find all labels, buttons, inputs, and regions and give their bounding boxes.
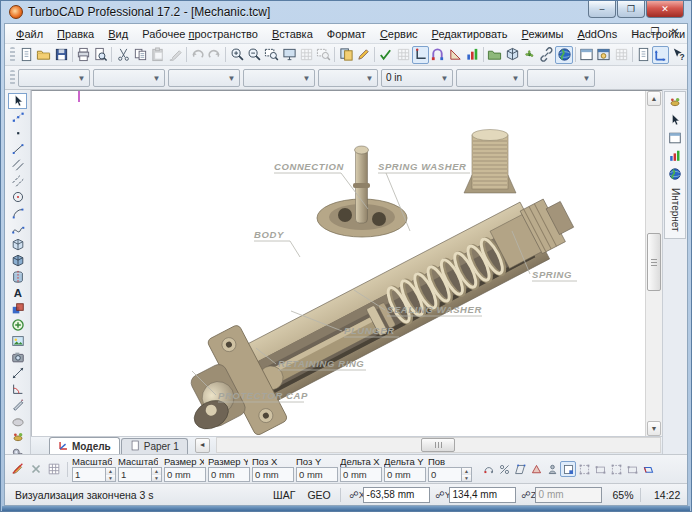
color-combo[interactable]: ▼ (456, 69, 524, 87)
rotate-handle-icon[interactable] (480, 461, 496, 477)
tab-scroll-left-icon[interactable]: ◄ (195, 438, 210, 453)
stretch-handle-icon[interactable] (576, 461, 592, 477)
field-value[interactable]: 0 mm (384, 467, 426, 482)
field-value[interactable]: 1▲▼ (118, 467, 162, 482)
mdi-restore-icon[interactable]: ❐ (648, 26, 662, 37)
brush-style-combo[interactable]: ▼ (243, 69, 315, 87)
menu-item-сервис[interactable]: Сервис (373, 26, 425, 42)
parallel-line-tool[interactable] (8, 157, 27, 173)
zoom-selection-icon[interactable] (315, 46, 332, 64)
no-edit-icon[interactable] (9, 461, 26, 478)
menu-item-вид[interactable]: Вид (101, 26, 135, 42)
layer-combo[interactable]: ▼ (318, 69, 378, 87)
drawing-canvas[interactable]: CONNECTIONSPRING WASHERBODYSPRINGSEALING… (31, 90, 662, 436)
web-render-icon[interactable] (555, 46, 572, 64)
mdi-minimize-icon[interactable]: – (628, 26, 642, 37)
maximize-button[interactable]: ❐ (617, 1, 645, 18)
scroll-down-icon[interactable]: ▼ (647, 421, 661, 436)
boolean-tool[interactable] (8, 301, 27, 317)
elevation-combo[interactable]: 0 in▼ (381, 69, 453, 87)
cut-icon[interactable] (114, 46, 131, 64)
chevron-down-icon[interactable]: ▼ (364, 73, 375, 84)
render-camera-tool[interactable] (8, 349, 27, 365)
dimension-tool[interactable] (8, 365, 27, 381)
new-document-icon[interactable] (18, 46, 35, 64)
menu-item-режимы[interactable]: Режимы (515, 26, 571, 42)
field-value[interactable]: 1▲▼ (72, 467, 116, 482)
pen-style-combo[interactable]: ▼ (18, 69, 90, 87)
link-icon[interactable] (538, 46, 555, 64)
tab-модель[interactable]: Модель (49, 437, 120, 454)
angular-dimension-tool[interactable] (8, 381, 27, 397)
spinner-control[interactable]: ▲▼ (151, 468, 161, 481)
field-value[interactable]: 0 mm (296, 467, 338, 482)
chevron-down-icon[interactable]: ▼ (226, 73, 237, 84)
chevron-down-icon[interactable]: ▼ (76, 73, 87, 84)
menu-item-редактировать[interactable]: Редактировать (425, 26, 515, 42)
box-tool[interactable] (8, 237, 27, 253)
blank-page-icon[interactable] (635, 46, 652, 64)
menu-item-addons[interactable]: AddOns (570, 26, 624, 42)
snap-mode-icon[interactable] (429, 46, 446, 64)
field-value[interactable]: 0▲▼ (428, 467, 472, 482)
horizontal-scroll-thumb[interactable] (421, 438, 455, 452)
chevron-down-icon[interactable]: ▼ (301, 73, 312, 84)
field-value[interactable]: 0 mm (164, 467, 206, 482)
draft-mode-icon[interactable] (446, 46, 463, 64)
geo-toggle[interactable]: GEO (301, 488, 336, 502)
arc-tool[interactable] (8, 205, 27, 221)
render-chart-icon[interactable] (464, 46, 481, 64)
open-palette-icon[interactable] (486, 46, 503, 64)
print-icon[interactable] (75, 46, 92, 64)
copy-icon[interactable] (132, 46, 149, 64)
save-file-icon[interactable] (52, 46, 69, 64)
field-value[interactable]: 0 mm (252, 467, 294, 482)
format-painter-icon[interactable] (166, 46, 183, 64)
solid-tool[interactable] (8, 253, 27, 269)
point-tool[interactable] (8, 125, 27, 141)
design-director-icon[interactable] (337, 46, 354, 64)
chevron-down-icon[interactable]: ▼ (151, 73, 162, 84)
coordinate-value[interactable]: -63,58 mm (363, 487, 430, 503)
mdi-close-icon[interactable]: ✕ (668, 26, 682, 37)
triangle-handle-icon[interactable] (528, 461, 544, 477)
open-file-icon[interactable] (35, 46, 52, 64)
circle-tool[interactable] (8, 189, 27, 205)
zoom-in-icon[interactable] (228, 46, 245, 64)
vertical-scroll-thumb[interactable] (647, 233, 661, 291)
chevron-down-icon[interactable]: ▼ (510, 73, 521, 84)
pen-pattern-combo[interactable]: ▼ (168, 69, 240, 87)
title-bar[interactable]: TurboCAD Professional 17.2 - [Mechanic.t… (2, 1, 690, 23)
text-tool[interactable]: A (8, 285, 27, 301)
zoom-out-icon[interactable] (246, 46, 263, 64)
internet-globe-icon[interactable] (666, 166, 685, 182)
spline-tool[interactable] (8, 221, 27, 237)
scroll-up-icon[interactable]: ▲ (647, 91, 661, 106)
menu-item-вставка[interactable]: Вставка (265, 26, 320, 42)
select-icon[interactable] (666, 112, 685, 128)
skew-handle-icon[interactable] (512, 461, 528, 477)
resize-handle-icon[interactable] (592, 461, 608, 477)
corner-handle-icon[interactable] (624, 461, 640, 477)
point-edit-tool[interactable] (8, 109, 27, 125)
plugins-icon[interactable] (521, 46, 538, 64)
horizontal-scrollbar[interactable] (216, 437, 661, 453)
font-combo[interactable]: ▼ (527, 69, 595, 87)
aerial-view-icon[interactable] (298, 46, 315, 64)
material-tool[interactable] (8, 413, 27, 429)
multiline-tool[interactable] (8, 173, 27, 189)
select-tool[interactable] (8, 93, 27, 109)
spinner-control[interactable]: ▲▼ (105, 468, 115, 481)
image-tool[interactable] (8, 333, 27, 349)
revolve-tool[interactable] (8, 269, 27, 285)
pen-width-combo[interactable]: ▼ (93, 69, 165, 87)
blocks-icon[interactable] (666, 130, 685, 146)
insert-part-tool[interactable] (8, 317, 27, 333)
previous-view-icon[interactable] (280, 46, 297, 64)
context-help-icon[interactable]: ? (669, 46, 686, 64)
locked-view-icon[interactable] (612, 46, 629, 64)
ortho-mode-icon[interactable] (412, 46, 429, 64)
anchor-handle-icon[interactable] (544, 461, 560, 477)
camera-view-icon[interactable] (595, 46, 612, 64)
chevron-down-icon[interactable]: ▼ (581, 73, 592, 84)
